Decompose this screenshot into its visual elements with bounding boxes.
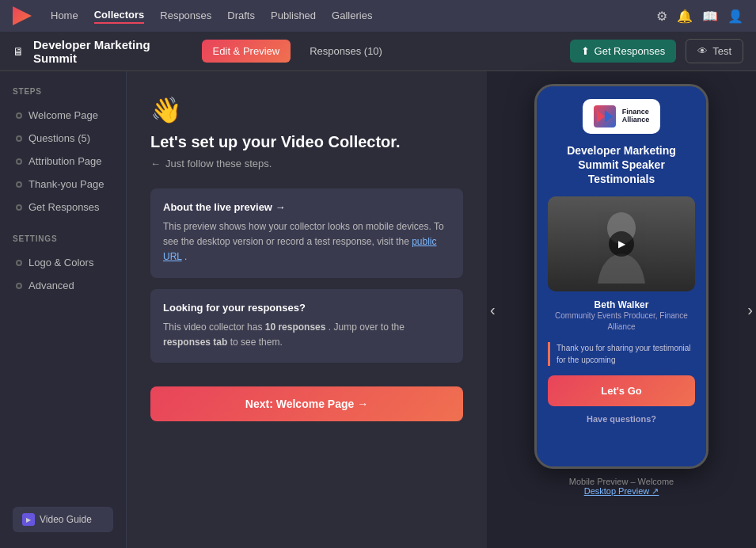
title-bar: 🖥 Developer Marketing Summit Edit & Prev… <box>0 32 756 71</box>
step-dot <box>16 204 22 211</box>
steps-section-label: STEPS <box>13 87 113 96</box>
phone-quote: Thank you for sharing your testimonial f… <box>548 342 695 366</box>
responses-count-link[interactable]: 10 responses <box>265 322 326 333</box>
sidebar-item-attribution[interactable]: Attribution Page <box>13 150 113 173</box>
nav-links: Home Collectors Responses Drafts Publish… <box>51 9 637 24</box>
step-dot <box>16 135 22 142</box>
nav-published[interactable]: Published <box>271 10 316 23</box>
nav-icon-group: ⚙ 🔔 📖 👤 <box>656 9 743 24</box>
preview-area: ‹ › Finance Alliance <box>487 71 756 548</box>
edit-preview-button[interactable]: Edit & Preview <box>202 40 291 63</box>
live-preview-body: This preview shows how your collector lo… <box>163 219 450 265</box>
phone-video-thumb: ▶ <box>548 196 695 291</box>
notifications-icon[interactable]: 🔔 <box>677 9 693 24</box>
eye-icon: 👁 <box>697 45 708 57</box>
main-layout: STEPS Welcome Page Questions (5) Attribu… <box>0 71 756 548</box>
live-preview-card: About the live preview → This preview sh… <box>150 188 463 278</box>
step-dot <box>16 181 22 188</box>
collector-icon: 🖥 <box>13 45 24 58</box>
phone-mockup: Finance Alliance Developer Marketing Sum… <box>534 84 709 469</box>
phone-questions: Have questions? <box>548 414 695 424</box>
phone-screen: Finance Alliance Developer Marketing Sum… <box>537 86 706 466</box>
welcome-subtitle: ← Just follow these steps. <box>150 158 463 169</box>
preview-next-button[interactable]: › <box>747 301 753 319</box>
welcome-emoji: 👋 <box>150 95 463 125</box>
responses-tab-link[interactable]: responses tab <box>163 337 227 348</box>
step-dot <box>16 158 22 165</box>
sidebar-item-advanced[interactable]: Advanced <box>13 274 113 297</box>
settings-section: SETTINGS Logo & Colors Advanced <box>13 234 113 297</box>
phone-person-role: Community Events Producer, Finance Allia… <box>548 310 695 333</box>
phone-title: Developer Marketing Summit Speaker Testi… <box>548 143 695 187</box>
play-button-overlay[interactable]: ▶ <box>609 231 634 257</box>
preview-prev-button[interactable]: ‹ <box>490 301 496 319</box>
svg-marker-0 <box>597 110 605 123</box>
settings-section-label: SETTINGS <box>13 234 113 243</box>
responses-card-title: Looking for your responses? <box>163 302 450 314</box>
step-dot <box>16 112 22 119</box>
app-logo <box>13 6 32 25</box>
phone-person-name: Beth Walker <box>548 299 695 310</box>
nav-home[interactable]: Home <box>51 10 78 23</box>
next-button[interactable]: Next: Welcome Page → <box>150 386 463 421</box>
responses-card-body: This video collector has 10 responses . … <box>163 320 450 350</box>
phone-logo-area: Finance Alliance <box>548 99 695 134</box>
upload-icon: ⬆ <box>581 45 590 57</box>
sidebar-item-questions[interactable]: Questions (5) <box>13 127 113 150</box>
sidebar-item-welcome[interactable]: Welcome Page <box>13 104 113 127</box>
mobile-preview-label: Mobile Preview – Welcome <box>569 477 674 486</box>
top-nav: Home Collectors Responses Drafts Publish… <box>0 0 756 32</box>
sidebar-item-getresponses[interactable]: Get Responses <box>13 196 113 219</box>
book-icon[interactable]: 📖 <box>702 9 718 24</box>
content-area: 👋 Let's set up your Video Collector. ← J… <box>127 71 487 548</box>
logo-icon <box>594 105 616 127</box>
sidebar-item-logo-colors[interactable]: Logo & Colors <box>13 251 113 274</box>
test-button[interactable]: 👁 Test <box>686 39 743 63</box>
avatar-icon[interactable]: 👤 <box>728 9 743 24</box>
phone-cta-button[interactable]: Let's Go <box>548 375 695 406</box>
play-icon: ▶ <box>22 513 35 526</box>
nav-drafts[interactable]: Drafts <box>227 10 255 23</box>
nav-galleries[interactable]: Galleries <box>332 10 372 23</box>
sidebar-bottom: ▶ Video Guide <box>13 507 113 532</box>
get-responses-button[interactable]: ⬆ Get Responses <box>570 40 677 63</box>
responses-button[interactable]: Responses (10) <box>300 40 392 63</box>
setting-dot <box>16 260 22 266</box>
page-title: Developer Marketing Summit <box>33 38 192 65</box>
responses-card: Looking for your responses? This video c… <box>150 289 463 363</box>
arrow-icon: ← <box>150 158 161 169</box>
settings-icon[interactable]: ⚙ <box>656 9 667 24</box>
setting-dot <box>16 283 22 289</box>
preview-label-area: Mobile Preview – Welcome Desktop Preview… <box>569 477 674 497</box>
nav-collectors[interactable]: Collectors <box>94 9 145 24</box>
welcome-title: Let's set up your Video Collector. <box>150 133 463 151</box>
live-preview-title: About the live preview → <box>163 201 450 213</box>
phone-logo-box: Finance Alliance <box>583 99 661 134</box>
video-guide-button[interactable]: ▶ Video Guide <box>13 507 113 532</box>
logo-text: Finance Alliance <box>622 108 650 124</box>
desktop-preview-link[interactable]: Desktop Preview ↗ <box>569 486 674 497</box>
svg-marker-1 <box>605 110 613 123</box>
nav-responses[interactable]: Responses <box>160 10 211 23</box>
sidebar-item-thankyou[interactable]: Thank-you Page <box>13 173 113 196</box>
sidebar: STEPS Welcome Page Questions (5) Attribu… <box>0 71 127 548</box>
